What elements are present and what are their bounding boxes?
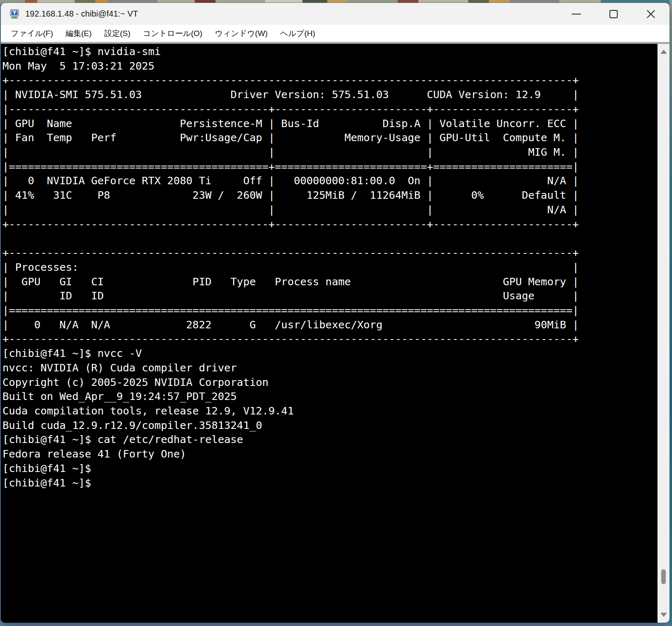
menu-item-window[interactable]: ウィンドウ(W) (208, 28, 274, 39)
close-icon (645, 9, 656, 19)
desktop: { "window": { "title": "192.168.1.48 - c… (0, 0, 672, 626)
caption-buttons (558, 3, 670, 25)
scrollbar-thumb[interactable] (661, 569, 666, 584)
menu-item-help[interactable]: ヘルプ(H) (274, 28, 321, 39)
teraterm-window: 192.168.1.48 - chibi@f41:~ VT ファイル(F) (1, 3, 670, 623)
teraterm-app-icon (9, 9, 20, 19)
minimize-button[interactable] (558, 3, 595, 25)
minimize-icon (571, 9, 582, 19)
menu-item-control[interactable]: コントロール(O) (137, 28, 209, 39)
terminal-output: [chibi@f41 ~]$ nvidia-smi Mon May 5 17:0… (2, 44, 579, 490)
terminal-area: [chibi@f41 ~]$ nvidia-smi Mon May 5 17:0… (1, 44, 670, 623)
terminal-screen[interactable]: [chibi@f41 ~]$ nvidia-smi Mon May 5 17:0… (1, 44, 657, 623)
scroll-up-arrow-icon (660, 50, 667, 54)
desktop-wallpaper-right-strip (670, 0, 672, 626)
menubar: ファイル(F) 編集(E) 設定(S) コントロール(O) ウィンドウ(W) ヘ… (1, 25, 670, 42)
menu-item-edit[interactable]: 編集(E) (59, 28, 98, 39)
menu-item-file[interactable]: ファイル(F) (5, 28, 59, 39)
titlebar: 192.168.1.48 - chibi@f41:~ VT (1, 3, 670, 25)
window-title: 192.168.1.48 - chibi@f41:~ VT (25, 9, 138, 19)
maximize-icon (608, 9, 619, 19)
menu-item-setup[interactable]: 設定(S) (98, 28, 136, 39)
scroll-down-button[interactable] (657, 609, 670, 621)
close-button[interactable] (632, 3, 670, 25)
scroll-down-arrow-icon (660, 613, 667, 617)
maximize-button[interactable] (595, 3, 632, 25)
scrollbar-track[interactable] (657, 44, 670, 623)
scroll-up-button[interactable] (657, 46, 670, 58)
